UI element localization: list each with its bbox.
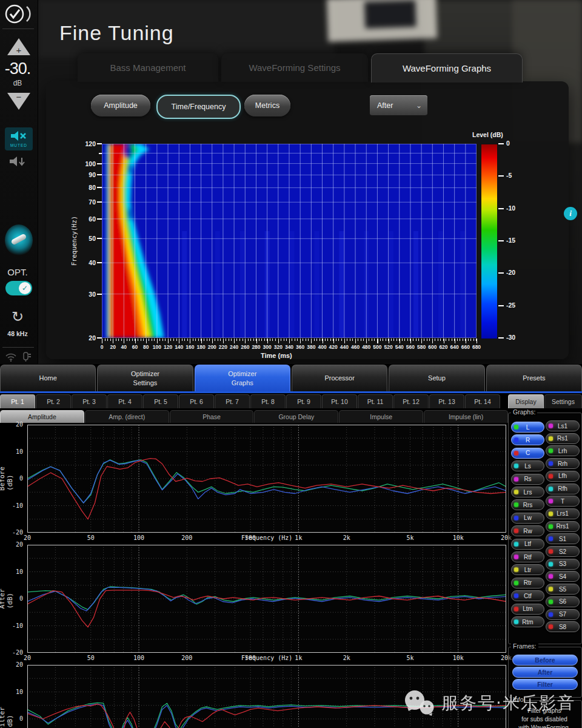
mute-button[interactable]: MUTED	[5, 127, 33, 150]
frame-before-button[interactable]: Before	[512, 655, 578, 666]
channel-Rtr[interactable]: Rtr	[511, 578, 544, 588]
channel-Ctf[interactable]: Ctf	[511, 590, 544, 601]
channel-S4[interactable]: S4	[546, 571, 580, 582]
graph-tab-impulse-lin[interactable]: Impulse (lin)	[424, 410, 508, 423]
colorbar-tick-mark	[498, 337, 504, 339]
channel-Rrs1[interactable]: Rrs1	[546, 521, 580, 532]
optimizer-toggle[interactable]: ✓	[5, 281, 32, 295]
metrics-button[interactable]: Metrics	[244, 95, 290, 116]
channel-S1[interactable]: S1	[546, 533, 580, 544]
pt-tab-12[interactable]: Pt. 12	[393, 394, 429, 408]
plot-x-tick-row: 20501002005001k2k5k10k20kFrequency (Hz)	[27, 655, 506, 664]
x-tick-label: 40	[121, 344, 127, 350]
x-tick-label: 100	[133, 655, 144, 661]
spectrogram-y-ticks: 1201009080706050403020	[76, 144, 102, 338]
channel-S3[interactable]: S3	[546, 559, 580, 570]
channel-S5[interactable]: S5	[546, 584, 580, 595]
channel-Rrh[interactable]: Rrh	[546, 458, 580, 469]
nav-tab-setup[interactable]: Setup	[389, 365, 484, 391]
divider	[2, 29, 34, 29]
nav-tab-home[interactable]: Home	[0, 365, 96, 391]
pt-tab-13[interactable]: Pt. 13	[429, 394, 464, 408]
channel-Rw[interactable]: Rw	[511, 525, 544, 536]
channel-Ltm[interactable]: Ltm	[511, 604, 544, 615]
tab-display[interactable]: Display	[508, 394, 544, 408]
colorbar-tick-mark	[498, 272, 504, 274]
nav-tab-optimizer-graphs[interactable]: Optimizer Graphs	[195, 365, 290, 391]
nav-tab-presets[interactable]: Presets	[486, 365, 582, 391]
channel-Rfh[interactable]: Rfh	[546, 484, 580, 494]
colorbar-tick-mark	[498, 143, 504, 144]
channel-Ls1[interactable]: Ls1	[546, 420, 580, 431]
channel-Lw[interactable]: Lw	[511, 513, 544, 524]
frame-select-dropdown[interactable]: After ⌄	[370, 95, 427, 115]
time-frequency-button[interactable]: Time/Frequency	[156, 95, 241, 119]
channel-Lrh[interactable]: Lrh	[546, 445, 580, 456]
main-nav-bar: HomeOptimizer SettingsOptimizer GraphsPr…	[0, 364, 582, 391]
pt-tab-1[interactable]: Pt. 1	[0, 394, 35, 408]
tab-waveforming-graphs[interactable]: WaveForming Graphs	[371, 53, 523, 83]
pt-tab-7[interactable]: Pt. 7	[215, 394, 250, 408]
frame-filter-button[interactable]: Filter	[512, 679, 578, 690]
pt-tab-11[interactable]: Pt. 11	[358, 394, 393, 408]
pt-tab-2[interactable]: Pt. 2	[36, 394, 71, 408]
frame-after-button[interactable]: After	[512, 667, 578, 678]
amplitude-button[interactable]: Amplitude	[91, 95, 150, 116]
volume-up-button[interactable]: +	[7, 38, 31, 56]
x-tick-label: 1k	[295, 534, 302, 541]
channel-color-dot	[514, 555, 518, 559]
pt-tab-6[interactable]: Pt. 6	[179, 394, 214, 408]
x-tick-label: 160	[186, 344, 194, 350]
channel-S8[interactable]: S8	[546, 621, 580, 632]
channel-Lrs1[interactable]: Lrs1	[546, 508, 580, 519]
channel-Rs[interactable]: Rs	[511, 474, 544, 485]
nav-tab-processor[interactable]: Processor	[292, 365, 387, 391]
plot-x-tick-row: 20501002005001k2k5k10k20kFrequency (Hz)	[27, 534, 506, 544]
pt-tab-3[interactable]: Pt. 3	[72, 394, 107, 408]
graph-tab-group-delay[interactable]: Group Delay	[254, 410, 338, 423]
channel-L[interactable]: L	[511, 422, 544, 433]
x-tick-label: 2k	[343, 655, 350, 661]
channel-Rrs[interactable]: Rrs	[511, 499, 544, 510]
info-button[interactable]: i	[564, 207, 577, 220]
channel-R[interactable]: R	[511, 434, 544, 445]
channel-Ltf[interactable]: Ltf	[511, 539, 544, 550]
waveforming-tab-bar: Bass ManagementWaveForming SettingsWaveF…	[78, 53, 526, 83]
channel-color-dot	[514, 464, 518, 468]
tab-bass-management[interactable]: Bass Management	[78, 53, 218, 82]
pt-tab-10[interactable]: Pt. 10	[322, 394, 357, 408]
graph-tab-amp-direct[interactable]: Amp. (direct)	[85, 410, 169, 423]
pt-tab-9[interactable]: Pt. 9	[286, 394, 321, 408]
pt-tab-8[interactable]: Pt. 8	[250, 394, 286, 408]
channel-S7[interactable]: S7	[546, 609, 580, 620]
channel-Ls[interactable]: Ls	[511, 460, 544, 471]
tab-settings[interactable]: Settings	[544, 394, 582, 408]
graph-tab-phase[interactable]: Phase	[170, 410, 254, 423]
volume-down-button[interactable]: −	[7, 92, 31, 110]
calibration-mic-icon[interactable]	[5, 224, 33, 256]
channel-T[interactable]: T	[546, 496, 580, 507]
y-tick-mark	[97, 218, 102, 220]
x-tick-label: 480	[362, 344, 370, 350]
dim-volume-icon[interactable]	[8, 155, 29, 169]
channel-S6[interactable]: S6	[546, 596, 580, 607]
x-tick-label: 540	[395, 344, 404, 350]
channel-C[interactable]: C	[511, 448, 544, 459]
x-tick-label: 640	[450, 344, 459, 350]
x-tick-label: 1k	[295, 655, 302, 661]
channel-Lfh[interactable]: Lfh	[546, 471, 580, 482]
channel-Rtm[interactable]: Rtm	[511, 616, 544, 627]
x-tick-label: 5k	[406, 655, 413, 661]
graph-tab-impulse[interactable]: Impulse	[339, 410, 423, 423]
channel-Rtf[interactable]: Rtf	[511, 551, 544, 562]
channel-Rs1[interactable]: Rs1	[546, 433, 580, 444]
channel-S2[interactable]: S2	[546, 546, 580, 557]
nav-tab-optimizer-settings[interactable]: Optimizer Settings	[97, 365, 193, 391]
tab-waveforming-settings[interactable]: WaveForming Settings	[221, 53, 368, 82]
channel-Ltr[interactable]: Ltr	[511, 564, 544, 575]
background-photo-box	[327, 0, 437, 42]
pt-tab-5[interactable]: Pt. 5	[143, 394, 178, 408]
channel-Lrs[interactable]: Lrs	[511, 487, 544, 497]
pt-tab-14[interactable]: Pt. 14	[465, 394, 500, 408]
pt-tab-4[interactable]: Pt. 4	[107, 394, 142, 408]
